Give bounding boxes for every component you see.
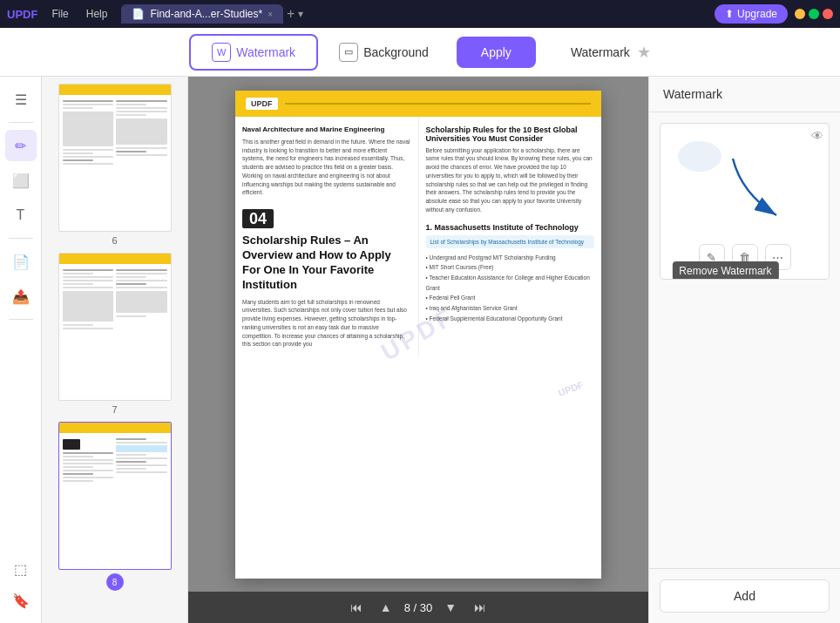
nav-last-btn[interactable]: ⏭ (469, 597, 491, 618)
sidebar-icon-text[interactable]: T (5, 200, 37, 231)
nav-first-btn[interactable]: ⏮ (345, 597, 368, 618)
tab-dropdown-btn[interactable]: ▾ (298, 8, 303, 20)
tab-background[interactable]: ▭ Background (318, 36, 450, 69)
thumbnail-img-6 (58, 84, 172, 232)
page-current: 8 / 30 (404, 601, 433, 614)
sidebar-icon-edit[interactable]: ✏ (5, 130, 37, 161)
page-total: 30 (420, 601, 432, 614)
sidebar-divider-2 (9, 238, 33, 239)
thumbnails-panel: 6 (42, 77, 188, 623)
pdf-content: Naval Architecture and Marine Engineerin… (235, 117, 601, 356)
pdf-left-title: Naval Architecture and Marine Engineerin… (242, 125, 411, 134)
pdf-mit-tag: List of Scholarships by Massachusetts In… (426, 235, 595, 248)
cloud-shape (678, 141, 721, 172)
titlebar-menu: File Help (44, 6, 114, 22)
hide-preview-btn[interactable]: 👁 (811, 129, 823, 143)
favorite-button[interactable]: ★ (637, 43, 651, 62)
titlebar-tabs: 📄 Find-and-A...er-Studies* × + ▾ (121, 4, 708, 24)
mit-list-item-4: Iraq and Afghanistan Service Grant (426, 303, 595, 314)
pdf-header: UPDF (235, 91, 601, 117)
titlebar-right: ⬆ Upgrade (715, 4, 833, 24)
pdf-right-intro: Before submitting your application for a… (426, 146, 595, 214)
sidebar-icon-annotate[interactable]: ⬜ (5, 165, 37, 196)
titlebar: UPDF File Help 📄 Find-and-A...er-Studies… (0, 0, 840, 28)
pdf-left-col: Naval Architecture and Marine Engineerin… (235, 117, 419, 356)
sidebar-bottom: ⬚ 🔖 (5, 553, 37, 616)
background-icon: ▭ (339, 43, 358, 62)
page-area: UPDF Naval Architecture and Marine Engin… (188, 77, 648, 623)
pdf-mit-title: 1. Massachusetts Institute of Technology (426, 223, 595, 232)
pdf-mit-list: Undergrad and Postgrad MIT Scholarship F… (426, 253, 595, 324)
thumbnail-page-8[interactable]: 8 (58, 422, 172, 591)
remove-watermark-tooltip: Remove Watermark (672, 261, 778, 280)
sidebar-icon-thumbnails[interactable]: ☰ (5, 84, 37, 115)
thumb-page-label-7: 7 (112, 404, 117, 415)
menu-help[interactable]: Help (79, 6, 115, 22)
right-panel-title: Watermark (571, 45, 630, 59)
tab-watermark[interactable]: W Watermark (189, 34, 318, 71)
sidebar-icon-bookmark[interactable]: 🔖 (5, 585, 37, 616)
pdf-chapter-num: 04 (242, 209, 274, 228)
thumbnail-img-8 (58, 422, 172, 570)
mit-list-item-5: Federal Supplemental Educational Opportu… (426, 314, 595, 324)
page-container: UPDF Naval Architecture and Marine Engin… (218, 77, 619, 592)
add-watermark-btn[interactable]: Add (660, 579, 830, 613)
tab-title: Find-and-A...er-Studies* (150, 8, 262, 20)
pdf-watermark-small: UPDF (557, 379, 585, 398)
right-panel-title: Watermark (663, 87, 722, 101)
sidebar-divider-3 (9, 319, 33, 320)
pdf-left-body: This is another great field in demand in… (242, 138, 411, 197)
window-controls (795, 9, 833, 19)
titlebar-left: UPDF File Help (7, 6, 114, 22)
mit-list-item-3: Federal Pell Grant (426, 293, 595, 303)
tooltip-text: Remove Watermark (679, 265, 771, 277)
sidebar-divider-1 (9, 122, 33, 123)
thumbnail-page-7[interactable]: 7 (58, 253, 172, 415)
upgrade-label: Upgrade (737, 8, 777, 20)
nav-next-btn[interactable]: ▼ (439, 597, 462, 618)
watermark-icon: W (212, 43, 231, 62)
pdf-right-col: Scholarship Rules for the 10 Best Global… (419, 117, 602, 356)
pdf-right-title: Scholarship Rules for the 10 Best Global… (426, 125, 595, 143)
tab-close-btn[interactable]: × (268, 10, 273, 19)
new-tab-btn[interactable]: + (287, 6, 295, 22)
mit-list-item-1: MIT Short Courses (Free) (426, 262, 595, 273)
thumbnail-page-6[interactable]: 6 (58, 84, 172, 246)
toolbar: W Watermark ▭ Background Apply Watermark… (0, 28, 840, 77)
menu-file[interactable]: File (44, 6, 75, 22)
upgrade-icon: ⬆ (725, 8, 734, 20)
upgrade-button[interactable]: ⬆ Upgrade (715, 4, 788, 24)
toolbar-right: Watermark ★ (571, 43, 651, 62)
preview-arrow (724, 150, 794, 232)
sidebar-icon-pages[interactable]: 📄 (5, 246, 37, 277)
watermark-preview-box: 👁 (660, 123, 830, 280)
minimize-button[interactable] (795, 9, 805, 19)
mit-list-item-2: Teacher Education Assistance for College… (426, 273, 595, 293)
maximize-button[interactable] (809, 9, 819, 19)
watermark-preview-area: 👁 (649, 112, 840, 568)
pdf-scholarship-title: Scholarship Rules – An Overview and How … (242, 234, 411, 293)
page-separator: / (414, 601, 417, 614)
page-num: 8 (404, 601, 410, 614)
arrow-svg (724, 150, 794, 228)
active-tab[interactable]: 📄 Find-and-A...er-Studies* × (121, 4, 283, 24)
watermark-tab-label: Watermark (236, 45, 295, 59)
pdf-scholarship-body: Many students aim to get full scholarshi… (242, 298, 411, 349)
right-panel-header: Watermark (649, 77, 840, 112)
close-button[interactable] (823, 9, 833, 19)
left-sidebar: ☰ ✏ ⬜ T 📄 📤 ⬚ 🔖 (0, 77, 42, 623)
sidebar-icon-layers[interactable]: ⬚ (5, 553, 37, 585)
hide-icon: 👁 (811, 129, 823, 143)
main-area: ☰ ✏ ⬜ T 📄 📤 ⬚ 🔖 (0, 77, 840, 623)
right-panel-footer: Add (649, 568, 840, 623)
thumb-selected-badge: 8 (106, 573, 124, 591)
thumbnail-img-7 (58, 253, 172, 401)
app-logo: UPDF (7, 8, 37, 21)
right-panel: Watermark 👁 (648, 77, 840, 623)
background-tab-label: Background (363, 45, 429, 59)
apply-button[interactable]: Apply (457, 37, 536, 68)
mit-list-item-0: Undergrad and Postgrad MIT Scholarship F… (426, 253, 595, 263)
sidebar-icon-export[interactable]: 📤 (5, 281, 37, 312)
page-nav: ⏮ ▲ 8 / 30 ▼ ⏭ (188, 592, 648, 623)
nav-prev-btn[interactable]: ▲ (375, 597, 397, 618)
